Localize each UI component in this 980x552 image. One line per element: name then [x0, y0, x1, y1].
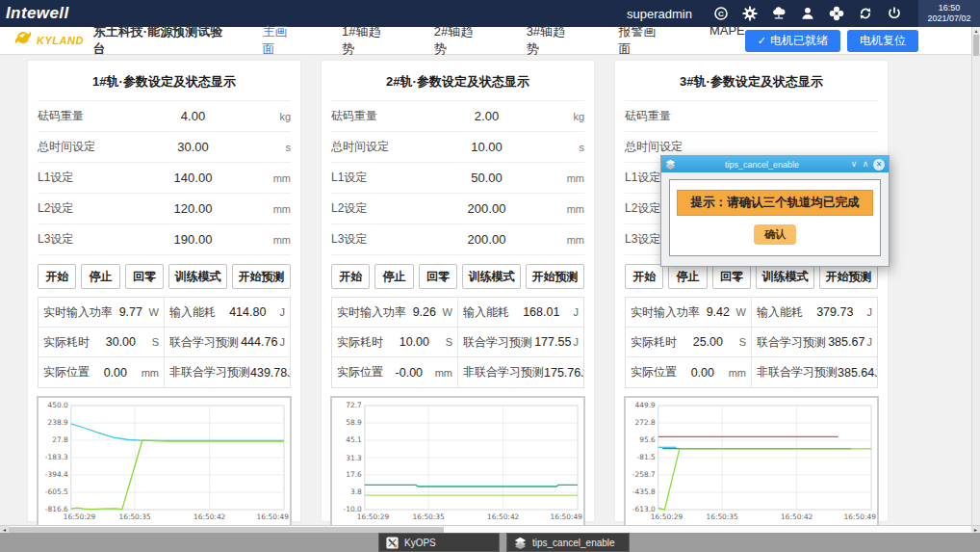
param-row: L2设定120.00mm: [38, 194, 291, 224]
param-label: L1设定: [38, 170, 122, 186]
motor-ready-button[interactable]: ✓电机已就绪: [745, 30, 840, 52]
svg-text:449.9: 449.9: [634, 401, 656, 409]
status-row: 实际位置0.00mm 非联合学习预测385.64J: [626, 357, 877, 387]
start-button[interactable]: 开始: [625, 264, 663, 289]
param-value-field[interactable]: 200.00: [416, 201, 557, 216]
start-predict-button[interactable]: 开始预测: [526, 264, 584, 289]
panel-title: 2#轨·参数设定及状态显示: [322, 61, 594, 100]
minimize-button[interactable]: ∨: [848, 160, 860, 169]
control-buttons: 开始 停止 回零 训练模式 开始预测: [38, 264, 291, 289]
svg-text:450.0: 450.0: [47, 401, 68, 409]
user-icon[interactable]: [799, 6, 815, 22]
status-cell: 实际耗时25.00S: [626, 328, 752, 356]
svg-text:-258.7: -258.7: [632, 470, 656, 479]
cloud-network-icon[interactable]: [770, 6, 787, 22]
close-button[interactable]: ✕: [873, 159, 885, 171]
trend-chart-svg: 449.9272.895.6-81.5-258.7-435.8-613.016:…: [626, 398, 877, 525]
dialog-titlebar[interactable]: tips_cancel_enable ∨ ∧ ✕: [661, 156, 889, 172]
taskbar-item-label: KyOPS: [404, 538, 436, 548]
return-zero-button[interactable]: 回零: [712, 264, 751, 289]
svg-text:-394.4: -394.4: [45, 470, 68, 479]
taskbar-item-kyops[interactable]: KyOPS: [378, 533, 500, 552]
train-mode-button[interactable]: 训练模式: [462, 264, 521, 289]
svg-text:16:50:49: 16:50:49: [551, 513, 583, 521]
dialog-body: 提示：请确认三个轨道均已完成 确认: [661, 172, 889, 266]
power-icon[interactable]: [886, 6, 902, 22]
horizontal-scrollbar[interactable]: ◄ ►: [0, 525, 980, 533]
taskbar-item-tips-cancel-enable[interactable]: tips_cancel_enable: [506, 533, 630, 552]
svg-text:16:50:29: 16:50:29: [64, 513, 96, 521]
brand: KYLAND 东土科技·能源预测试验台: [13, 23, 228, 58]
svg-text:238.9: 238.9: [47, 418, 68, 427]
vertical-scrollbar[interactable]: ▲: [971, 27, 980, 525]
start-predict-button[interactable]: 开始预测: [819, 264, 878, 289]
confirm-button[interactable]: 确认: [754, 224, 796, 245]
param-value-field[interactable]: 4.00: [122, 109, 264, 123]
start-predict-button[interactable]: 开始预测: [232, 264, 291, 289]
svg-text:95.6: 95.6: [639, 435, 656, 444]
status-cell: 实际位置0.00mm: [626, 357, 752, 387]
status-row: 实时输入功率9.26W 输入能耗168.01J: [332, 298, 583, 328]
scroll-up-arrow-icon[interactable]: ▲: [972, 27, 980, 35]
status-row: 实际耗时30.00S 联合学习预测444.76J: [39, 328, 290, 357]
trend-chart: 72.758.945.131.317.63.8-10.016:50:2916:5…: [330, 396, 585, 527]
return-zero-button[interactable]: 回零: [419, 264, 457, 289]
param-label: L2设定: [38, 200, 122, 217]
svg-text:272.8: 272.8: [634, 418, 656, 427]
param-value-field[interactable]: 2.00: [416, 109, 557, 123]
maximize-button[interactable]: ∧: [860, 160, 871, 169]
status-cell: 实际位置0.00mm: [39, 357, 165, 387]
motor-reset-button[interactable]: 电机复位: [847, 30, 918, 52]
svg-text:16:50:29: 16:50:29: [357, 513, 390, 521]
train-mode-button[interactable]: 训练模式: [756, 264, 814, 289]
apps-clover-icon[interactable]: [828, 6, 844, 22]
status-cell: 输入能耗379.73J: [752, 298, 877, 327]
kyland-logo-icon: [13, 30, 33, 51]
param-unit: kg: [264, 111, 291, 122]
taskbar: KyOPS tips_cancel_enable: [0, 533, 980, 552]
system-clock: 16:50 2021/07/02: [918, 0, 980, 27]
control-buttons: 开始 停止 回零 训练模式 开始预测: [625, 264, 878, 289]
param-row: L3设定190.00mm: [38, 224, 291, 255]
param-label: 总时间设定: [38, 139, 122, 155]
svg-text:3.8: 3.8: [350, 487, 362, 496]
param-value-field[interactable]: 50.00: [416, 171, 557, 185]
dialog-content-frame: 提示：请确认三个轨道均已完成 确认: [669, 179, 881, 256]
stop-button[interactable]: 停止: [668, 264, 707, 289]
svg-text:45.1: 45.1: [346, 435, 362, 444]
sync-icon[interactable]: [857, 6, 873, 22]
panel-title: 3#轨·参数设定及状态显示: [615, 61, 888, 100]
svg-text:16:50:35: 16:50:35: [706, 513, 738, 521]
param-value-field[interactable]: 200.00: [416, 232, 557, 247]
svg-text:16:50:35: 16:50:35: [118, 513, 151, 521]
svg-text:16:50:42: 16:50:42: [487, 513, 519, 521]
param-value-field[interactable]: 30.00: [122, 140, 264, 154]
trend-chart-svg: 450.0238.927.8-183.3-394.4-605.5-816.616…: [39, 398, 290, 525]
param-unit: mm: [264, 172, 291, 184]
track3-panel: 3#轨·参数设定及状态显示 砝码重量 总时间设定 L1设定 L2设定90.00m…: [614, 60, 889, 522]
status-row: 实际耗时25.00S 联合学习预测385.67J: [626, 328, 877, 357]
param-value-field[interactable]: 10.00: [416, 140, 557, 154]
app-navbar: KYLAND 东土科技·能源预测试验台 主画面 1#轴趋势 2#轴趋势 3#轴趋…: [0, 27, 980, 55]
vertical-scroll-thumb[interactable]: [973, 35, 979, 56]
stop-button[interactable]: 停止: [374, 264, 413, 289]
param-unit: s: [557, 142, 584, 153]
param-value-field[interactable]: 190.00: [122, 232, 264, 247]
layers-icon: [665, 159, 676, 170]
param-value-field[interactable]: 140.00: [122, 171, 264, 185]
dialog-message-banner: 提示：请确认三个轨道均已完成: [677, 190, 873, 216]
param-row: 砝码重量: [625, 101, 878, 132]
status-table: 实时输入功率9.42W 输入能耗379.73J 实际耗时25.00S 联合学习预…: [625, 297, 878, 388]
start-button[interactable]: 开始: [38, 264, 76, 289]
param-row: L3设定200.00mm: [331, 224, 584, 255]
param-value-field[interactable]: 120.00: [122, 201, 264, 216]
status-cell: 输入能耗414.80J: [165, 298, 290, 327]
return-zero-button[interactable]: 回零: [125, 264, 164, 289]
svg-text:16:50:35: 16:50:35: [412, 513, 445, 521]
layers-icon: [514, 537, 527, 549]
svg-text:-81.5: -81.5: [637, 453, 656, 461]
stop-button[interactable]: 停止: [81, 264, 119, 289]
status-row: 实时输入功率9.77W 输入能耗414.80J: [39, 298, 290, 328]
train-mode-button[interactable]: 训练模式: [168, 264, 227, 289]
start-button[interactable]: 开始: [331, 264, 370, 289]
